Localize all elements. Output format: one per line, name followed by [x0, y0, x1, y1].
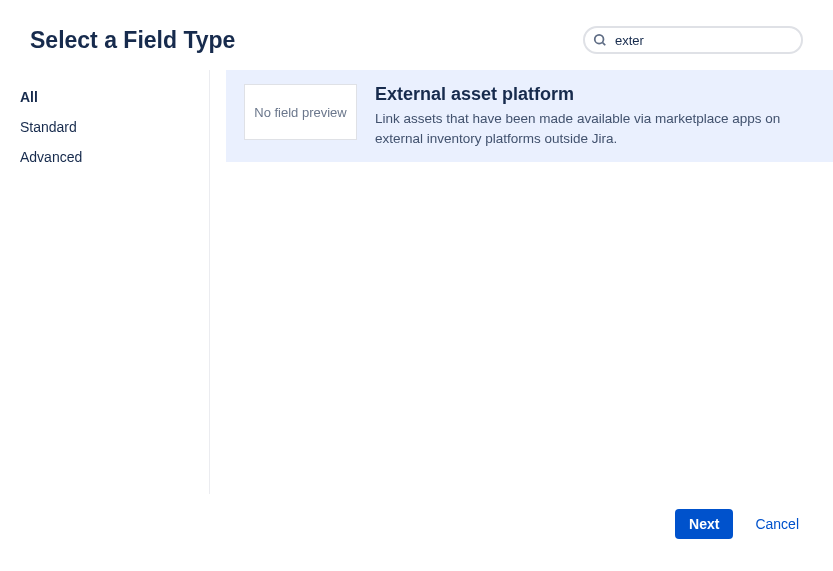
sidebar-item-label: Advanced	[20, 149, 82, 165]
field-type-card[interactable]: No field preview External asset platform…	[226, 70, 833, 162]
sidebar-item-all[interactable]: All	[20, 82, 209, 112]
sidebar-item-label: Standard	[20, 119, 77, 135]
sidebar: All Standard Advanced	[0, 70, 210, 494]
sidebar-item-standard[interactable]: Standard	[20, 112, 209, 142]
sidebar-item-label: All	[20, 89, 38, 105]
page-title: Select a Field Type	[30, 27, 235, 54]
dialog-header: Select a Field Type	[0, 0, 833, 70]
field-preview-box: No field preview	[244, 84, 357, 140]
main-panel: No field preview External asset platform…	[210, 70, 833, 494]
sidebar-item-advanced[interactable]: Advanced	[20, 142, 209, 172]
field-type-description: Link assets that have been made availabl…	[375, 109, 815, 148]
field-info: External asset platform Link assets that…	[375, 84, 815, 148]
search-wrapper	[583, 26, 803, 54]
dialog-content: All Standard Advanced No field preview E…	[0, 70, 833, 494]
cancel-button[interactable]: Cancel	[755, 516, 799, 532]
field-type-title: External asset platform	[375, 84, 815, 105]
next-button[interactable]: Next	[675, 509, 733, 539]
dialog-footer: Next Cancel	[675, 509, 799, 539]
search-input[interactable]	[583, 26, 803, 54]
